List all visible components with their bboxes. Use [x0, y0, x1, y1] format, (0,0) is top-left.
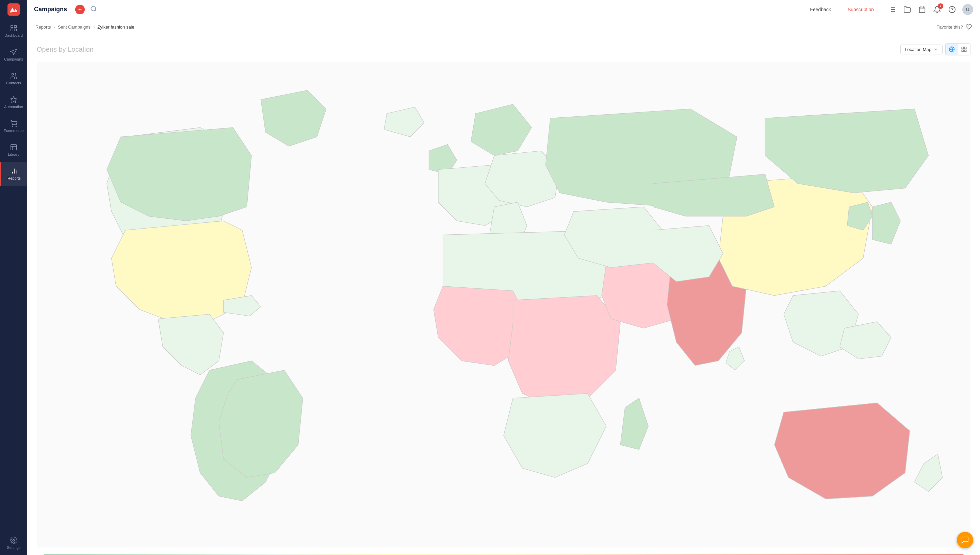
sidebar-campaigns-label: Campaigns: [4, 57, 23, 61]
map-container: [37, 62, 970, 549]
contacts-icon: [10, 72, 18, 80]
page-title: Opens by Location: [37, 46, 93, 53]
svg-point-15: [91, 6, 96, 11]
svg-rect-10: [11, 144, 17, 150]
sidebar-item-dashboard[interactable]: Dashboard: [0, 19, 27, 43]
sidebar-automation-label: Automation: [4, 105, 23, 109]
sidebar-item-campaigns[interactable]: Campaigns: [0, 43, 27, 67]
header: Campaigns + Feedback Subscription: [27, 0, 980, 19]
chevron-down-icon: [933, 47, 938, 52]
svg-point-8: [12, 126, 13, 127]
sidebar-settings-label: Settings: [7, 545, 21, 550]
notification-icon-button[interactable]: 7: [932, 5, 942, 14]
header-icons: 7 U: [885, 4, 973, 15]
app-logo-icon: [8, 3, 20, 16]
sidebar-item-reports[interactable]: Reports: [0, 162, 27, 186]
breadcrumb-reports[interactable]: Reports: [35, 24, 51, 30]
content-area: Reports › Sent Campaigns › Zylker fashio…: [27, 19, 980, 555]
svg-point-1: [10, 11, 12, 13]
help-icon-button[interactable]: [947, 5, 957, 14]
sidebar-contacts-label: Contacts: [6, 81, 21, 85]
campaigns-icon: [10, 48, 18, 56]
sidebar-logo: [0, 0, 27, 19]
globe-icon: [949, 46, 955, 52]
sidebar-item-settings[interactable]: Settings: [0, 531, 27, 555]
svg-rect-33: [965, 50, 966, 52]
search-button[interactable]: [90, 5, 97, 14]
svg-point-6: [12, 74, 14, 75]
sidebar-item-ecommerce[interactable]: Ecommerce: [0, 114, 27, 138]
calendar-icon: [918, 6, 926, 13]
sidebar-item-library[interactable]: Library: [0, 138, 27, 162]
reports-icon: [11, 167, 18, 175]
sidebar-bottom: Settings: [0, 531, 27, 555]
sidebar-item-contacts[interactable]: Contacts: [0, 67, 27, 90]
svg-rect-5: [14, 29, 16, 31]
folder-icon-button[interactable]: [903, 5, 912, 14]
ecommerce-icon: [10, 120, 18, 127]
sidebar-ecommerce-label: Ecommerce: [4, 128, 24, 133]
user-avatar[interactable]: U: [962, 4, 973, 15]
svg-marker-7: [11, 96, 17, 103]
svg-rect-2: [11, 26, 13, 27]
chat-icon: [961, 536, 969, 544]
breadcrumb: Reports › Sent Campaigns › Zylker fashio…: [27, 19, 980, 35]
svg-rect-31: [962, 47, 963, 49]
sidebar-dashboard-label: Dashboard: [5, 33, 23, 37]
app-name: Campaigns: [34, 6, 67, 13]
favorite-label: Favorite this?: [937, 24, 963, 30]
notification-badge: 7: [938, 3, 943, 9]
world-map: [37, 62, 970, 547]
chat-widget[interactable]: [957, 532, 973, 548]
add-button[interactable]: +: [75, 5, 85, 14]
favorite-button[interactable]: Favorite this?: [937, 24, 972, 30]
sidebar-library-label: Library: [8, 152, 19, 156]
settings-icon: [10, 537, 18, 544]
breadcrumb-sep-2: ›: [93, 24, 95, 30]
location-map-label: Location Map: [905, 47, 931, 52]
grid-icon: [961, 46, 967, 52]
svg-rect-23: [919, 7, 925, 12]
breadcrumb-sep-1: ›: [54, 24, 55, 30]
svg-rect-4: [11, 29, 13, 31]
automation-icon: [10, 96, 18, 103]
list-icon-button[interactable]: [887, 5, 897, 14]
view-controls: Location Map: [900, 43, 970, 55]
svg-point-14: [13, 539, 14, 541]
grid-view-button[interactable]: [958, 43, 970, 55]
location-map-dropdown[interactable]: Location Map: [900, 45, 943, 55]
search-icon: [90, 5, 97, 12]
svg-rect-0: [8, 3, 20, 16]
svg-rect-34: [962, 50, 963, 52]
main-content: Campaigns + Feedback Subscription: [27, 0, 980, 555]
list-icon: [888, 6, 896, 13]
help-icon: [948, 6, 956, 13]
section-header: Opens by Location Location Map: [37, 43, 970, 55]
sidebar: Dashboard Campaigns Contacts Automation …: [0, 0, 27, 555]
breadcrumb-sent-campaigns[interactable]: Sent Campaigns: [58, 24, 90, 30]
folder-icon: [903, 6, 911, 13]
calendar-icon-button[interactable]: [917, 5, 927, 14]
subscription-link[interactable]: Subscription: [842, 7, 879, 12]
feedback-link[interactable]: Feedback: [805, 7, 836, 12]
svg-point-9: [16, 126, 16, 127]
library-icon: [10, 143, 18, 151]
breadcrumb-current: Zylker fashion sale: [97, 24, 134, 30]
svg-rect-32: [965, 47, 966, 49]
page-content: Opens by Location Location Map: [27, 35, 980, 555]
view-toggle: [945, 43, 970, 55]
heart-icon: [966, 24, 972, 30]
dashboard-icon: [10, 24, 18, 32]
svg-line-16: [95, 10, 96, 11]
svg-rect-3: [14, 26, 16, 27]
sidebar-item-automation[interactable]: Automation: [0, 90, 27, 114]
map-view-button[interactable]: [946, 43, 958, 55]
sidebar-reports-label: Reports: [8, 176, 21, 180]
